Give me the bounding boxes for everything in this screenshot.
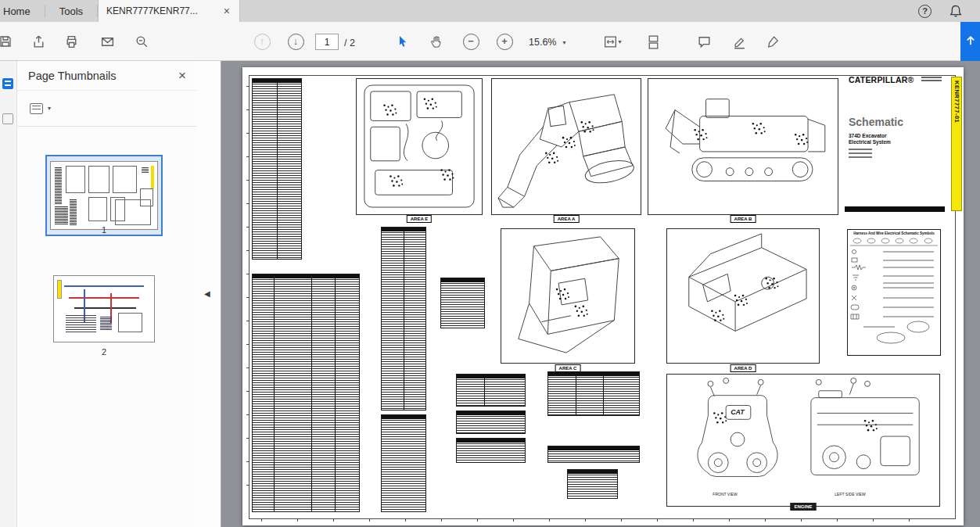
tab-bar: Home Tools KENR7777KENR77... × ? — [0, 0, 980, 22]
document-canvas: AREA E AREA A AREA B AREA C AREA D CATER… — [221, 61, 980, 527]
previous-page-button[interactable]: ↑ — [249, 29, 275, 54]
save-icon — [0, 34, 13, 48]
left-side-view-label: LEFT SIDE VIEW — [835, 492, 865, 497]
zoom-in-button[interactable]: + — [491, 29, 518, 54]
arrow-down-icon: ↓ — [288, 34, 304, 50]
connector-table — [456, 374, 526, 407]
zoom-out-button[interactable]: − — [458, 29, 484, 54]
thumbnail-options-button[interactable]: ▾ — [17, 91, 197, 127]
hand-tool-button[interactable] — [423, 29, 450, 54]
area-e-label: AREA E — [407, 215, 432, 223]
corner-text-line — [921, 77, 942, 78]
main-toolbar: ↑ ↓ / 2 − + 15.6% ▾ ▾ — [0, 22, 980, 61]
cursor-arrow-icon — [396, 34, 410, 48]
tab-close-icon[interactable]: × — [222, 5, 232, 16]
thumbnails-glyph-icon — [2, 78, 13, 89]
bookmark-glyph-icon — [2, 113, 13, 124]
diagram-area-c — [501, 228, 635, 364]
serial-text-line — [849, 152, 872, 154]
connector-table — [456, 410, 526, 434]
harness-table — [381, 227, 426, 410]
panel-scrollbar[interactable]: ◀ — [197, 61, 221, 527]
caterpillar-logo: CATERPILLAR® — [849, 75, 914, 84]
page-total-label: / 2 — [344, 38, 355, 48]
tab-tools-label: Tools — [59, 5, 83, 17]
serial-text-line — [849, 149, 872, 150]
share-button[interactable] — [25, 29, 52, 54]
thumbnail-page-1-number: 1 — [47, 225, 161, 235]
panel-close-icon[interactable]: × — [178, 68, 186, 84]
diagram-area-a — [491, 78, 641, 215]
panel-title: Page Thumbnails — [28, 70, 117, 82]
panel-header: Page Thumbnails × — [17, 61, 197, 91]
zoom-value: 15.6% — [529, 37, 556, 48]
corner-text-line — [921, 80, 942, 81]
collapse-panel-arrow[interactable]: ◀ — [204, 289, 210, 298]
tabbar-right-icons: ? — [918, 0, 980, 22]
diagram-area-b — [648, 78, 838, 215]
chevron-down-icon: ▾ — [562, 39, 565, 46]
harness-table — [381, 414, 426, 512]
tab-home[interactable]: Home — [0, 0, 45, 22]
area-a-label: AREA A — [554, 215, 580, 223]
front-view-label: FRONT VIEW — [713, 492, 737, 497]
tab-home-label: Home — [3, 5, 31, 17]
fit-width-icon — [603, 34, 618, 49]
legend-title: Harness And Wire Electrical Schematic Sy… — [848, 230, 940, 236]
tab-document[interactable]: KENR7777KENR77... × — [98, 0, 240, 22]
nav-pane-strip — [0, 61, 17, 527]
search-icon — [135, 34, 149, 49]
area-d-label: AREA D — [731, 364, 756, 372]
highlighter-pen-icon — [732, 34, 747, 49]
model-line: 374D Excavator — [849, 133, 886, 138]
fuse-relay-table — [547, 371, 640, 416]
help-icon[interactable]: ? — [918, 5, 932, 18]
cat-engine-logo: CAT — [731, 408, 745, 416]
comment-button[interactable] — [691, 29, 717, 54]
page-thumbnails-pane-icon[interactable] — [2, 78, 13, 89]
zoom-level-dropdown[interactable]: 15.6% ▾ — [529, 33, 565, 52]
print-button[interactable] — [58, 29, 84, 54]
doc-code-label: KENR7777-01 — [953, 77, 960, 123]
highlight-button[interactable] — [726, 29, 752, 54]
fill-sign-button[interactable] — [759, 29, 786, 54]
legend-table — [440, 278, 485, 328]
upload-arrow-icon — [963, 34, 978, 49]
page-display-button[interactable] — [640, 29, 666, 54]
engine-label: ENGINE — [790, 503, 816, 511]
schematic-page[interactable]: AREA E AREA A AREA B AREA C AREA D CATER… — [242, 67, 964, 525]
area-b-label: AREA B — [731, 215, 756, 223]
legend-symbols — [848, 236, 940, 344]
tab-tools[interactable]: Tools — [45, 0, 97, 22]
search-button[interactable] — [128, 29, 155, 54]
print-icon — [64, 34, 79, 49]
next-page-button[interactable]: ↓ — [282, 29, 309, 54]
email-button[interactable] — [94, 29, 120, 54]
thumbnail-page-2-preview — [53, 275, 155, 342]
fuse-relay-table — [547, 446, 640, 463]
thumbnail-page-2-number: 2 — [53, 347, 155, 357]
save-button[interactable] — [0, 29, 19, 54]
sign-pen-icon — [766, 34, 781, 49]
page-number-input[interactable] — [315, 34, 339, 50]
minus-icon: − — [463, 34, 479, 50]
page-thumbnails-panel: Page Thumbnails × ▾ 1 — [17, 61, 197, 527]
fit-width-button[interactable]: ▾ — [594, 29, 630, 54]
share-icon — [31, 34, 46, 49]
notes-table — [567, 469, 618, 499]
plus-icon: + — [497, 34, 513, 50]
thumbnail-page-2[interactable]: 2 — [53, 275, 155, 353]
share-file-button[interactable] — [960, 22, 980, 61]
notifications-bell-icon[interactable] — [949, 4, 963, 18]
diagram-area-d — [666, 228, 820, 364]
sheet-tick-marks — [261, 518, 945, 522]
diagram-engine: CAT — [666, 374, 940, 507]
arrow-up-icon: ↑ — [254, 34, 271, 50]
component-list-table — [252, 274, 360, 512]
area-c-label: AREA C — [555, 364, 581, 372]
email-icon — [100, 34, 115, 49]
select-tool-button[interactable] — [389, 29, 416, 54]
thumbnail-page-1[interactable]: 1 — [45, 155, 163, 236]
bookmarks-pane-icon[interactable] — [2, 113, 13, 124]
chevron-down-icon: ▾ — [48, 105, 51, 112]
